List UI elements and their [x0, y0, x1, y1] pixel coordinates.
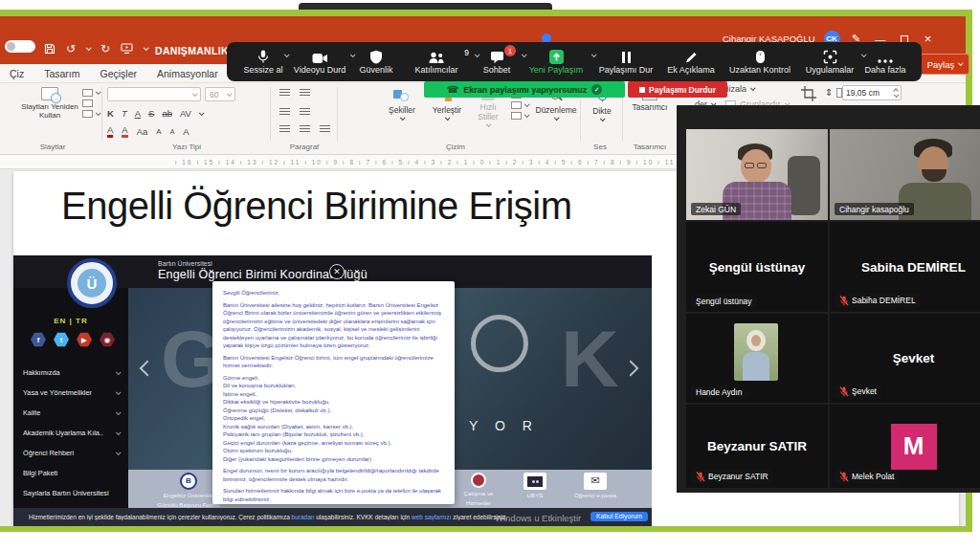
align-left-icon[interactable] — [279, 125, 290, 134]
align-right-icon[interactable] — [320, 125, 330, 134]
indent-decrease-icon[interactable] — [279, 108, 290, 117]
align-center-icon[interactable] — [300, 125, 310, 134]
site-brand-small: Bartın Üniversitesi — [158, 260, 212, 267]
video-tile-beyzanur[interactable]: Beyzanur SATIR Beyzanur SATIR — [686, 405, 828, 488]
video-tile-sengul[interactable]: Şengül üstünay Şengül üstünay — [686, 222, 828, 312]
video-tile-sabiha[interactable]: Sabiha DEMİREL Sabiha DEMİREL — [830, 222, 980, 312]
present-icon[interactable] — [121, 43, 133, 55]
site-close-icon[interactable]: ✕ — [329, 264, 345, 279]
shapes-button[interactable]: Şekiller — [381, 89, 423, 121]
stop-share-button[interactable]: Paylaşımı Durdur — [628, 81, 727, 98]
footer-student-email[interactable]: ✉ Öğrenci e-posta — [561, 473, 630, 499]
save-icon[interactable] — [44, 43, 56, 55]
instagram-icon[interactable]: ◉ — [100, 332, 115, 347]
mute-button[interactable]: Sessize al — [242, 49, 284, 75]
strikethrough-button[interactable]: S — [148, 108, 154, 119]
reset-button[interactable] — [82, 99, 100, 107]
highlight-button[interactable]: A — [107, 125, 113, 138]
close-button[interactable]: × — [921, 32, 936, 46]
pencil-icon — [684, 49, 698, 64]
more-button[interactable]: Daha fazla — [864, 49, 906, 75]
chat-bubble-icon — [490, 49, 504, 64]
undo-icon[interactable]: ↺ — [66, 42, 76, 55]
security-button[interactable]: Güvenlik — [355, 49, 397, 75]
shape-height-input[interactable]: 19,05 cm — [842, 85, 902, 100]
video-tile-cihangir[interactable]: Cihangir kasapoğlu — [830, 129, 980, 220]
menu-item-ogrenci-rehberi[interactable]: Öğrenci Rehberi — [13, 443, 128, 463]
ppt-share-button[interactable]: Paylaş — [920, 54, 969, 75]
tab-gecisler[interactable]: Geçişler — [100, 68, 138, 79]
bullet-list-icon[interactable] — [279, 89, 290, 98]
tab-tasarim[interactable]: Tasarım — [44, 68, 79, 79]
char-spacing-button[interactable]: AV — [180, 108, 191, 119]
facebook-icon[interactable]: f — [31, 332, 46, 347]
shield-check-icon: ✓ — [591, 84, 602, 95]
reuse-slides-button[interactable]: Slaytları Yeniden Kullan — [21, 87, 78, 120]
shrink-font-button[interactable]: A — [170, 128, 175, 135]
ubys-icon — [523, 473, 546, 490]
indent-increase-icon[interactable] — [300, 108, 310, 117]
change-case-button[interactable]: Aa — [137, 126, 148, 137]
font-size-input[interactable]: 60 — [205, 87, 235, 101]
annotate-button[interactable]: Ek Açıklama — [662, 49, 720, 75]
bold-button[interactable]: K — [107, 108, 114, 119]
text-outline-button[interactable] — [511, 101, 528, 109]
video-tile-hande[interactable]: Hande Aydın — [686, 314, 828, 403]
grow-font-button[interactable]: A — [156, 127, 161, 136]
lang-en[interactable]: EN — [54, 317, 66, 325]
font-color-button[interactable]: A — [122, 125, 127, 138]
youtube-icon[interactable]: ▶ — [77, 332, 92, 347]
menu-item-yasa[interactable]: Yasa ve Yönetmelikler — [13, 383, 128, 403]
italic-button[interactable]: T — [122, 108, 127, 119]
text-effects-button[interactable] — [511, 112, 528, 120]
new-share-button[interactable]: Yeni Paylaşım — [523, 49, 590, 75]
carousel-next-icon[interactable] — [623, 361, 639, 377]
pause-share-button[interactable]: Paylaşımı Dur — [594, 49, 657, 75]
participant-label: Şengül üstünay — [691, 295, 757, 307]
undo-chevron-icon[interactable] — [86, 45, 92, 51]
subscript-button[interactable]: ab — [162, 108, 172, 119]
stop-video-button[interactable]: Videoyu Durd — [289, 49, 350, 75]
clear-format-button[interactable]: A — [183, 126, 189, 137]
video-tile-sevket[interactable]: Şevket Şevket — [830, 314, 980, 403]
video-tile-melek[interactable]: M Melek Polat — [830, 405, 980, 488]
remote-mouse-icon — [755, 49, 766, 64]
screen: ↺ ↻ DANIŞMANLIK TO Cihangir KASAPOĞLU CK… — [0, 0, 980, 551]
footer-services[interactable]: Çalışma ve Hizmetler — [450, 473, 507, 507]
hero-badge-ring — [471, 315, 528, 372]
menu-item-akademik[interactable]: Akademik Uyarlama Kıla.. — [13, 423, 128, 443]
participant-label: Cihangir kasapoğlu — [835, 203, 914, 215]
cookie-link-kvkk[interactable]: web sayfamızı — [412, 514, 452, 520]
cookie-accept-button[interactable]: Kabul Ediyorum — [590, 512, 648, 521]
crop-icon[interactable] — [800, 85, 817, 102]
underline-button[interactable]: A — [135, 108, 141, 119]
menu-item-sayilarla[interactable]: Sayılarla Bartın Üniversitesi — [13, 483, 128, 503]
tab-ciz[interactable]: Çiz — [10, 68, 24, 79]
chat-button[interactable]: 1 Sohbet — [476, 49, 518, 75]
section-button[interactable] — [82, 110, 100, 118]
footer-ubys[interactable]: UBYS — [509, 473, 561, 499]
numbered-list-icon[interactable] — [300, 89, 310, 98]
apps-button[interactable]: Uygulamalar — [800, 49, 859, 75]
tab-animasyonlar[interactable]: Animasyonlar — [157, 68, 218, 79]
layout-button[interactable] — [82, 89, 100, 97]
modal-list: Görme engeli, Dil ve konuşma bozukluklar… — [223, 374, 444, 464]
participants-button[interactable]: 9 Katılımcılar — [402, 49, 471, 75]
carousel-prev-icon[interactable] — [140, 361, 156, 377]
menu-item-bilgi-paketi[interactable]: Bilgi Paketi — [13, 463, 128, 483]
lang-tr[interactable]: TR — [76, 317, 88, 325]
cookie-link-policy[interactable]: buradan — [292, 514, 315, 520]
menu-item-kalite[interactable]: Kalite — [13, 403, 128, 423]
avatar: M — [891, 424, 937, 470]
muted-mic-icon — [839, 386, 849, 397]
video-tile-zekai[interactable]: Zekai GÜN — [686, 129, 828, 220]
twitter-icon[interactable]: t — [54, 332, 69, 347]
qat-chevron-icon[interactable] — [144, 45, 149, 51]
font-name-input[interactable] — [107, 87, 201, 101]
menu-item-hakkimizda[interactable]: Hakkımızda — [13, 363, 128, 383]
autosave-toggle[interactable] — [5, 40, 35, 53]
height-spinner[interactable] — [894, 89, 898, 98]
apps-icon — [823, 49, 837, 64]
remote-control-button[interactable]: Uzaktan Kontrol — [724, 49, 795, 75]
redo-icon[interactable]: ↻ — [100, 42, 110, 55]
